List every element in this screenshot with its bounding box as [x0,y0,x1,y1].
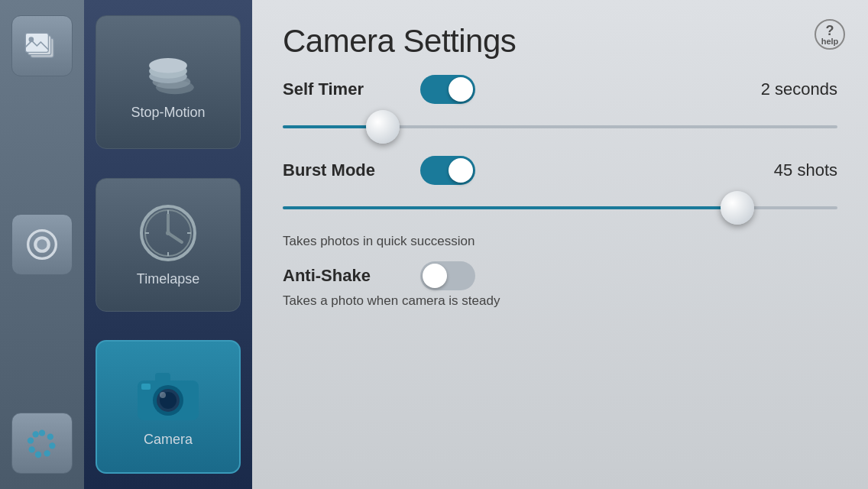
burst-mode-slider[interactable] [283,191,837,225]
timelapse-icon [138,202,199,264]
self-timer-toggle-knob [449,77,473,102]
anti-shake-row: Anti-Shake [283,261,837,290]
self-timer-toggle[interactable] [420,75,475,104]
help-button[interactable]: ? help [815,19,845,50]
burst-mode-toggle-knob [449,158,473,183]
mode-column: Stop-Motion Timelapse [84,0,252,489]
anti-shake-description: Takes a photo when camera is steady [283,293,837,309]
burst-mode-label: Burst Mode [283,160,405,180]
svg-point-9 [49,442,55,449]
settings-panel: Camera Settings ? help Self Timer 2 seco… [252,0,868,489]
svg-line-23 [168,233,182,242]
gallery-icon [23,27,61,65]
burst-mode-fill [283,206,737,209]
svg-point-6 [37,239,47,249]
svg-point-13 [28,438,34,444]
timelapse-mode[interactable]: Timelapse [96,178,241,312]
burst-mode-track [283,206,837,209]
self-timer-value: 2 seconds [761,79,837,99]
burst-mode-row: Burst Mode 45 shots [283,156,837,185]
svg-rect-2 [25,33,48,52]
self-timer-label: Self Timer [283,79,405,99]
camera-large-icon [134,367,202,424]
burst-mode-value: 45 shots [774,160,837,180]
camera-shutter-button[interactable] [11,214,73,275]
grid-button[interactable] [11,413,73,474]
svg-point-11 [35,452,41,458]
burst-mode-toggle[interactable] [420,156,475,185]
svg-rect-34 [155,373,170,382]
svg-rect-35 [141,384,151,390]
burst-mode-thumb[interactable] [721,191,754,225]
left-sidebar [0,0,84,489]
camera-mode[interactable]: Camera [96,340,241,474]
anti-shake-toggle[interactable] [420,261,475,290]
help-question-mark: ? [826,24,834,37]
svg-point-12 [29,446,35,452]
self-timer-track [283,125,837,128]
stop-motion-icon [138,44,199,97]
self-timer-thumb[interactable] [366,110,400,144]
stop-motion-mode[interactable]: Stop-Motion [96,15,241,149]
self-timer-row: Self Timer 2 seconds [283,75,837,104]
svg-point-7 [39,430,45,436]
svg-point-10 [44,450,50,456]
timelapse-label: Timelapse [137,271,199,287]
stop-motion-label: Stop-Motion [131,105,205,121]
grid-dots-icon [23,424,61,462]
help-label: help [821,37,839,46]
svg-point-33 [160,392,166,398]
svg-point-24 [166,231,170,235]
settings-title: Camera Settings [283,23,837,60]
self-timer-slider[interactable] [283,110,837,144]
svg-point-19 [149,58,187,73]
anti-shake-toggle-knob [423,264,447,288]
burst-mode-description: Takes photos in quick succession [283,234,837,249]
svg-point-14 [33,431,39,437]
camera-shutter-icon [23,225,61,264]
anti-shake-label: Anti-Shake [283,266,405,286]
camera-label: Camera [144,432,193,448]
gallery-button[interactable] [11,15,73,76]
svg-point-8 [47,434,53,440]
